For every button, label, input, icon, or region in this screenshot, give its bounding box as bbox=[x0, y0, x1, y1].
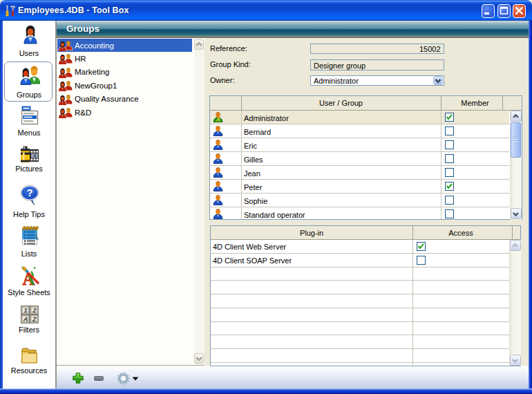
svg-text:?: ? bbox=[26, 187, 32, 198]
svg-text:1: 1 bbox=[23, 307, 27, 314]
svg-text:A: A bbox=[23, 316, 28, 323]
svg-text:2: 2 bbox=[32, 307, 36, 314]
svg-text:Z: Z bbox=[32, 316, 37, 323]
